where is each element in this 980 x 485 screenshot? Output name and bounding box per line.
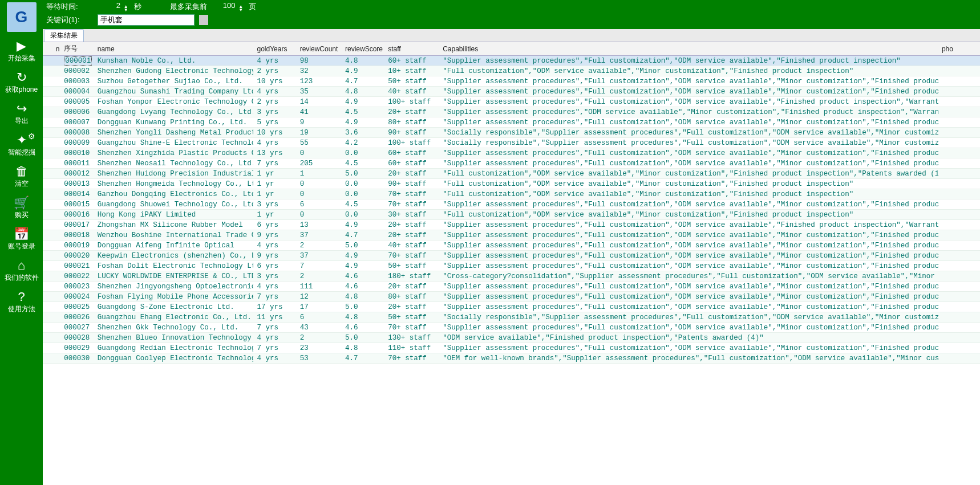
cell: [43, 312, 52, 323]
cell: 4 yrs: [253, 353, 296, 364]
table-row[interactable]: 000027Shenzhen Gkk Technology Co., Ltd.7…: [43, 323, 980, 333]
results-grid[interactable]: n 序号 name goldYears reviewCount reviewSc…: [43, 42, 980, 485]
table-row[interactable]: 000025Guangdong S-Zone Electronic Ltd.17…: [43, 302, 980, 312]
col-review-count[interactable]: reviewCount: [297, 42, 342, 56]
table-row[interactable]: 000014Ganzhou Dongqing Electronics Co., …: [43, 189, 980, 199]
table-row[interactable]: 000001Kunshan Noble Co., Ltd.4 yrs984.86…: [43, 56, 980, 66]
cell: 10+ staff: [384, 66, 439, 76]
col-capabilities[interactable]: Capabilities: [439, 42, 938, 56]
cell: "Full customization","ODM service availa…: [439, 179, 938, 189]
cell: Guangzhou Shine-E Electronic Technology: [94, 138, 254, 148]
table-row[interactable]: 000006Guangdong Lvyang Technology Co., L…: [43, 107, 980, 117]
cell: [52, 87, 61, 97]
cell: 100+ staff: [384, 138, 439, 148]
wait-time-input[interactable]: [98, 1, 120, 10]
table-row[interactable]: 000029Guangdong Redian Electronic Techno…: [43, 343, 980, 353]
tab-bar: 采集结果: [43, 29, 980, 42]
keyword-input[interactable]: [98, 14, 195, 26]
cell: Shenzhen Neosail Technology Co., Ltd.: [94, 158, 254, 169]
sidebar-item-3[interactable]: ✦智能挖掘⚙: [5, 131, 39, 162]
table-row[interactable]: 000016Hong Kong iPAKY Limited1 yr00.030+…: [43, 210, 980, 220]
我们的软件-icon: ⌂: [18, 259, 25, 272]
cell: 40+ staff: [384, 87, 439, 97]
cell: [52, 230, 61, 241]
cell-index: 000023: [60, 282, 94, 292]
cell: 60+ staff: [384, 56, 439, 66]
table-row[interactable]: 000022LUCKY WORLDWIDE ENTERPRISE & CO., …: [43, 271, 980, 282]
cell: 41: [297, 107, 342, 117]
table-row[interactable]: 000021Foshan Dolit Electronic Technology…: [43, 261, 980, 271]
cell: [43, 323, 52, 333]
wait-spinner[interactable]: ▲▼: [124, 5, 128, 12]
sidebar-item-label: 我们的软件: [5, 273, 39, 283]
sidebar-item-1[interactable]: ↻获取phone: [5, 68, 39, 99]
col-name[interactable]: name: [94, 42, 254, 56]
cell-index: 000011: [60, 158, 94, 169]
table-row[interactable]: 000018Wenzhou Boshine International Trad…: [43, 230, 980, 241]
table-row[interactable]: 000024Foshan Flying Mobile Phone Accesso…: [43, 292, 980, 302]
cell: Shenzhen Hongmeida Technology Co., Ltd.: [94, 179, 254, 189]
cell: Zhongshan MX Silicone Rubber Model: [94, 220, 254, 230]
table-row[interactable]: 000017Zhongshan MX Silicone Rubber Model…: [43, 220, 980, 230]
cell: [52, 292, 61, 302]
cell: Guangdong Redian Electronic Technology: [94, 343, 254, 353]
cell: [938, 87, 980, 97]
sidebar-item-7[interactable]: ⌂我们的软件: [5, 256, 39, 287]
col-phone[interactable]: pho: [938, 42, 980, 56]
table-row[interactable]: 000015Guangdong Shuowei Technology Co., …: [43, 199, 980, 210]
table-row[interactable]: 000003Suzhou Getogether Sujiao Co., Ltd.…: [43, 76, 980, 87]
col-staff[interactable]: staff: [384, 42, 439, 56]
cell: 0: [297, 148, 342, 158]
sidebar-item-4[interactable]: 🗑清空: [5, 162, 39, 193]
cell: 4 yrs: [253, 87, 296, 97]
cell: "Supplier assessment procedures","Full c…: [439, 292, 938, 302]
table-row[interactable]: 000010Shenzhen Xingzhida Plastic Product…: [43, 148, 980, 158]
table-row[interactable]: 000020Keepwin Electronics (shenzhen) Co.…: [43, 251, 980, 261]
col-index[interactable]: 序号: [60, 42, 94, 56]
table-row[interactable]: 000008Shenzhen Yongli Dasheng Metal Prod…: [43, 128, 980, 138]
table-row[interactable]: 000019Dongguan Aifeng Infinite Optical4 …: [43, 241, 980, 251]
table-row[interactable]: 000005Foshan Yonpor Electronic Technolog…: [43, 97, 980, 107]
cell: [43, 220, 52, 230]
max-spinner[interactable]: ▲▼: [238, 5, 243, 12]
table-row[interactable]: 000023Shenzhen Jingyongsheng Optoelectro…: [43, 282, 980, 292]
cell: 20+ staff: [384, 169, 439, 179]
cell: [938, 56, 980, 66]
cell-index: 000028: [60, 333, 94, 343]
cell: 0: [297, 210, 342, 220]
gear-icon[interactable]: ⚙: [28, 132, 35, 141]
max-pages-input[interactable]: [213, 1, 236, 10]
cell: 32: [297, 66, 342, 76]
cell-index: 000017: [60, 220, 94, 230]
sidebar-item-0[interactable]: ▶开始采集: [5, 36, 39, 68]
tab-results[interactable]: 采集结果: [44, 29, 84, 42]
table-row[interactable]: 000028Shenzhen Blueo Innovation Technolo…: [43, 333, 980, 343]
sidebar-item-8[interactable]: ?使用方法: [5, 287, 39, 319]
sidebar-item-2[interactable]: ↪导出: [5, 99, 39, 131]
table-row[interactable]: 000011Shenzhen Neosail Technology Co., L…: [43, 158, 980, 169]
cell: [938, 333, 980, 343]
col-n[interactable]: n: [52, 42, 61, 56]
cell: Guangdong Shuowei Technology Co., Ltd.: [94, 199, 254, 210]
cell: Shenzhen Blueo Innovation Technology Co.…: [94, 333, 254, 343]
keyword-clear-button[interactable]: [199, 15, 208, 25]
table-row[interactable]: 000013Shenzhen Hongmeida Technology Co.,…: [43, 179, 980, 189]
table-row[interactable]: 000009Guangzhou Shine-E Electronic Techn…: [43, 138, 980, 148]
col-checkbox[interactable]: [43, 42, 52, 56]
table-row[interactable]: 000012Shenzhen Huidong Precision Industr…: [43, 169, 980, 179]
table-row[interactable]: 000030Dongguan Coolyep Electronic Techno…: [43, 353, 980, 364]
table-row[interactable]: 000002Shenzhen Gudong Electronic Technol…: [43, 66, 980, 76]
cell: [52, 179, 61, 189]
col-gold-years[interactable]: goldYears: [253, 42, 296, 56]
table-row[interactable]: 000026Guangzhou Ehang Electronic Co., Lt…: [43, 312, 980, 323]
col-review-score[interactable]: reviewScore: [342, 42, 384, 56]
cell: [938, 148, 980, 158]
sidebar-item-5[interactable]: 🛒购买: [5, 193, 39, 225]
sidebar-item-6[interactable]: 📅账号登录: [5, 225, 39, 256]
cell: [938, 117, 980, 128]
table-row[interactable]: 000007Dongguan Kunwang Printing Co., Ltd…: [43, 117, 980, 128]
table-row[interactable]: 000004Guangzhou Sumashi Trading Company …: [43, 87, 980, 97]
cell: [938, 241, 980, 251]
cell: 13 yrs: [253, 148, 296, 158]
sidebar-item-label: 导出: [15, 116, 29, 126]
